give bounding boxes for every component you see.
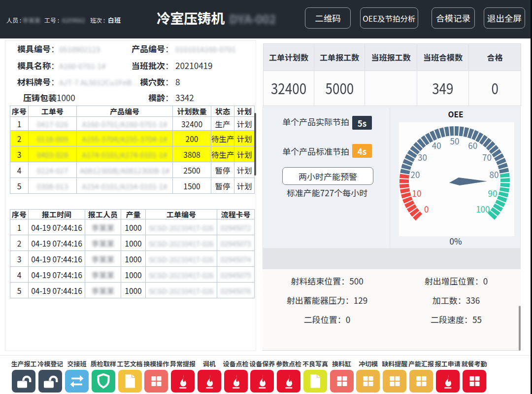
svg-text:30: 30 [418,151,427,163]
svg-text:10: 10 [412,187,422,199]
svg-text:50: 50 [450,135,460,147]
svg-text:0: 0 [424,203,429,215]
svg-text:40: 40 [432,139,441,151]
svg-text:70: 70 [482,151,492,163]
svg-text:80: 80 [490,168,499,180]
svg-text:100: 100 [476,203,490,215]
svg-text:60: 60 [468,139,477,151]
svg-text:90: 90 [488,187,498,199]
svg-text:20: 20 [411,168,420,180]
